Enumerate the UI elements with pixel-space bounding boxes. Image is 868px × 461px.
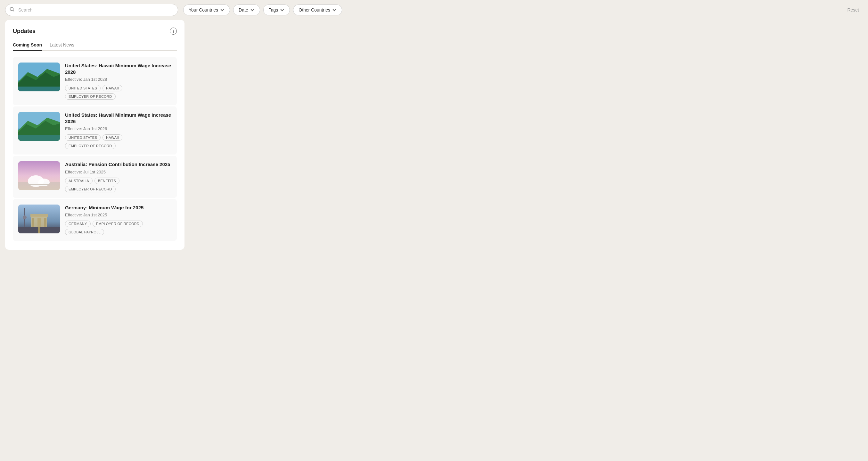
svg-rect-21 [30,214,48,217]
news-title: United States: Hawaii Minimum Wage Incre… [65,112,172,124]
tags-row: UNITED STATES HAWAII EMPLOYER OF RECORD [65,85,172,100]
tag: UNITED STATES [65,134,100,141]
svg-rect-6 [18,87,60,91]
news-item[interactable]: United States: Hawaii Minimum Wage Incre… [13,57,177,105]
news-content: United States: Hawaii Minimum Wage Incre… [65,112,172,149]
news-item[interactable]: Germany: Minimum Wage for 2025 Effective… [13,199,177,241]
chevron-down-icon [220,8,224,12]
svg-rect-24 [44,218,46,227]
tag: GERMANY [65,221,91,227]
filters-area: Your Countries Date Tags Other Countries… [183,4,863,16]
tag: UNITED STATES [65,85,100,91]
svg-rect-19 [38,227,40,233]
news-item[interactable]: United States: Hawaii Minimum Wage Incre… [13,107,177,154]
tags-filter[interactable]: Tags [263,4,290,16]
tag: HAWAII [102,85,122,91]
panel-title-text: Updates [13,28,36,35]
date-filter[interactable]: Date [233,4,260,16]
tag: EMPLOYER OF RECORD [65,186,116,192]
news-thumbnail [18,204,60,233]
news-title: Germany: Minimum Wage for 2025 [65,204,172,211]
tags-row: GERMANY EMPLOYER OF RECORD GLOBAL PAYROL… [65,221,172,235]
news-thumbnail [18,161,60,190]
info-icon[interactable]: i [170,28,177,35]
tag: BENEFITS [94,178,120,184]
news-content: Australia: Pension Contribution Increase… [65,161,172,192]
news-title: United States: Hawaii Minimum Wage Incre… [65,62,172,75]
news-content: Germany: Minimum Wage for 2025 Effective… [65,204,172,236]
news-date: Effective: Jul 1st 2025 [65,170,172,174]
other-countries-filter[interactable]: Other Countries [293,4,342,16]
search-icon [10,7,15,13]
chevron-down-icon [332,8,337,12]
tag: HAWAII [102,134,122,141]
search-input[interactable] [5,4,178,16]
svg-rect-16 [28,184,49,185]
tag: EMPLOYER OF RECORD [65,93,116,100]
panel-header: Updates i [13,28,177,35]
news-date: Effective: Jan 1st 2028 [65,77,172,82]
tag: EMPLOYER OF RECORD [93,221,143,227]
chevron-down-icon [250,8,255,12]
svg-line-1 [13,10,14,11]
right-panel [187,20,865,250]
tag: GLOBAL PAYROLL [65,229,104,235]
news-date: Effective: Jan 1st 2025 [65,212,172,218]
main-content: Updates i Coming Soon Latest News [0,20,868,255]
tag: EMPLOYER OF RECORD [65,143,116,149]
news-list: United States: Hawaii Minimum Wage Incre… [13,57,177,242]
tags-row: AUSTRALIA BENEFITS EMPLOYER OF RECORD [65,178,172,192]
svg-point-26 [23,215,27,219]
svg-rect-11 [18,135,60,141]
reset-button[interactable]: Reset [843,5,863,15]
tag: AUSTRALIA [65,178,93,184]
left-panel: Updates i Coming Soon Latest News [5,20,185,250]
news-content: United States: Hawaii Minimum Wage Incre… [65,62,172,100]
tabs-container: Coming Soon Latest News [13,40,177,51]
news-item[interactable]: Australia: Pension Contribution Increase… [13,156,177,198]
top-bar: Your Countries Date Tags Other Countries… [0,0,868,20]
tags-row: UNITED STATES HAWAII EMPLOYER OF RECORD [65,134,172,149]
news-date: Effective: Jan 1st 2026 [65,126,172,131]
svg-point-0 [10,7,13,10]
news-thumbnail [18,62,60,91]
search-container [5,4,178,16]
tab-latest-news[interactable]: Latest News [50,40,74,51]
tab-coming-soon[interactable]: Coming Soon [13,40,42,51]
chevron-down-icon [280,8,284,12]
news-thumbnail [18,112,60,141]
svg-rect-22 [32,218,34,227]
your-countries-filter[interactable]: Your Countries [183,4,230,16]
svg-rect-23 [37,218,41,227]
news-title: Australia: Pension Contribution Increase… [65,161,172,168]
